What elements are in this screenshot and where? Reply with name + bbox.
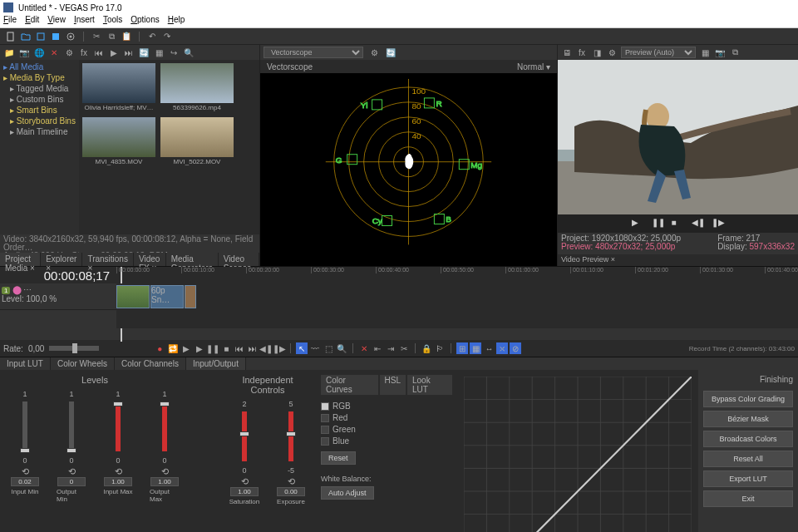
delete-button[interactable]: ✕	[358, 342, 370, 354]
save-icon[interactable]	[35, 31, 47, 42]
video-clip-3[interactable]	[185, 285, 196, 308]
slider-value-input[interactable]	[104, 477, 132, 486]
search-icon[interactable]: 🔍	[183, 47, 195, 58]
panel-tab[interactable]: Video FX ×	[134, 253, 166, 266]
lock-button[interactable]: 🔒	[421, 342, 432, 354]
tree-item[interactable]: ▸ Storyboard Bins	[2, 116, 77, 126]
channel-green[interactable]: Green	[321, 425, 452, 434]
stop-button[interactable]: ■	[672, 218, 685, 229]
panel-tab[interactable]: Explorer ×	[41, 253, 82, 266]
marker-button[interactable]: 🏳	[434, 342, 446, 354]
export-lut-button[interactable]: Export LUT	[703, 470, 793, 487]
record-button[interactable]: ●	[154, 342, 165, 354]
slider-output-max[interactable]: 1 0 ⟲ Output Max	[150, 390, 180, 503]
timecode-display[interactable]: 00:00:08;17	[0, 268, 116, 283]
tree-item[interactable]: ▸ Custom Bins	[2, 94, 77, 105]
quantize-button[interactable]: ▦	[470, 342, 481, 354]
checkbox-icon[interactable]	[321, 402, 329, 411]
tree-item[interactable]: ▸ Smart Bins	[2, 105, 77, 116]
scope-mode[interactable]: Normal	[517, 62, 544, 71]
scope-refresh-icon[interactable]: 🔄	[385, 47, 397, 58]
video-clip-2[interactable]: 60p Sn…	[150, 285, 184, 308]
curves-tab[interactable]: HSL	[380, 375, 406, 395]
timeline-scrollbar[interactable]	[0, 328, 798, 340]
channel-red[interactable]: Red	[321, 413, 452, 422]
slider-value-input[interactable]	[277, 487, 305, 496]
split-button[interactable]: ✂	[398, 342, 410, 354]
auto-ripple-button[interactable]: ↔	[483, 342, 495, 354]
arrow-icon[interactable]: ↪	[168, 47, 180, 58]
menu-help[interactable]: Help	[168, 15, 185, 27]
slider-input-max[interactable]: 1 0 ⟲ Input Max	[103, 390, 133, 503]
normal-edit-tool[interactable]: ↖	[296, 342, 308, 354]
timeline-content[interactable]: 60p Sn…	[116, 283, 798, 328]
checkbox-icon[interactable]	[321, 426, 329, 434]
tree-item[interactable]: ▸ Media By Type	[2, 72, 77, 83]
go-end-button[interactable]: ⏭	[247, 342, 259, 354]
reset-all-button[interactable]: Reset All	[703, 451, 793, 467]
rate-slider[interactable]	[49, 346, 99, 351]
preview-settings-icon[interactable]: ⚙	[606, 47, 618, 58]
stop-button[interactable]: ■	[220, 342, 232, 354]
slider-value-input[interactable]	[150, 477, 179, 486]
play-button[interactable]: ▶	[632, 218, 645, 229]
menu-file[interactable]: File	[3, 15, 17, 27]
color-tab[interactable]: Input/Output	[186, 357, 246, 370]
auto-crossfade-button[interactable]: ⤬	[496, 342, 508, 354]
tree-item[interactable]: ▸ Tagged Media	[2, 83, 77, 94]
end-icon[interactable]: ⏭	[123, 47, 135, 58]
play-start-button[interactable]: ▶	[180, 342, 192, 354]
channel-blue[interactable]: Blue	[321, 436, 452, 446]
undo-icon[interactable]: ↶	[146, 31, 158, 42]
channel-rgb[interactable]: RGB	[321, 401, 452, 411]
menu-edit[interactable]: Edit	[25, 15, 39, 27]
checkbox-icon[interactable]	[321, 414, 329, 422]
menu-view[interactable]: View	[47, 15, 66, 27]
preview-tab[interactable]: Video Preview ×	[558, 254, 798, 266]
pause-button[interactable]: ❚❚	[207, 342, 219, 354]
preview-fx-icon[interactable]: fx	[576, 47, 588, 58]
broadcast-colors-button[interactable]: Broadcast Colors	[703, 431, 793, 447]
timeline-ruler[interactable]: 00:00:00:0000:00:10:0000:00:20:0000:00:3…	[116, 267, 798, 283]
video-clip-1[interactable]	[116, 285, 150, 308]
media-thumb[interactable]: Olivia Harridsleff; MV…	[82, 63, 155, 112]
play-button[interactable]: ▶	[194, 342, 205, 354]
color-tab[interactable]: Color Wheels	[51, 357, 115, 370]
bypass-color-grading-button[interactable]: Bypass Color Grading	[703, 391, 793, 407]
slider-value-input[interactable]	[57, 477, 86, 486]
b-zier-mask-button[interactable]: Bézier Mask	[703, 411, 793, 427]
remove-icon[interactable]: ✕	[48, 47, 60, 58]
get-media-icon[interactable]: 🌐	[33, 47, 45, 58]
slider-saturation[interactable]: 2 0 ⟲ Saturation	[229, 400, 259, 505]
curves-tab[interactable]: Look LUT	[407, 375, 452, 395]
media-tree[interactable]: ▸ All Media▸ Media By Type▸ Tagged Media…	[0, 60, 79, 234]
trim-start-button[interactable]: ⇤	[372, 342, 383, 354]
slider-exposure[interactable]: 5 -5 ⟲ Exposure	[276, 400, 306, 505]
slider-input-min[interactable]: 1 0 ⟲ Input Min	[10, 390, 40, 503]
start-icon[interactable]: ⏮	[93, 47, 105, 58]
play-icon[interactable]: ▶	[108, 47, 120, 58]
properties-icon[interactable]: ⚙	[63, 47, 75, 58]
zoom-tool[interactable]: 🔍	[336, 342, 347, 354]
auto-adjust-button[interactable]: Auto Adjust	[321, 486, 374, 500]
open-icon[interactable]	[20, 31, 32, 42]
media-thumb[interactable]: 563399626.mp4	[160, 63, 234, 112]
ignore-event-button[interactable]: ⊘	[510, 342, 521, 354]
view-icon[interactable]: ▦	[153, 47, 165, 58]
cut-icon[interactable]: ✂	[91, 31, 102, 42]
render-icon[interactable]	[50, 31, 62, 42]
envelope-tool[interactable]: 〰	[309, 342, 321, 354]
curves-tab[interactable]: Color Curves	[321, 375, 378, 395]
media-thumb[interactable]: MVI_4835.MOV	[82, 117, 155, 166]
scope-settings-icon[interactable]: ⚙	[368, 47, 380, 58]
slider-value-input[interactable]	[230, 487, 259, 496]
overlay-icon[interactable]: ▦	[699, 47, 711, 58]
preview-quality-select[interactable]: Preview (Auto)	[621, 47, 696, 58]
color-tab[interactable]: Input LUT	[0, 357, 51, 370]
menu-tools[interactable]: Tools	[103, 15, 122, 27]
snapshot-icon[interactable]: 📷	[714, 47, 726, 58]
import-icon[interactable]: 📁	[3, 47, 15, 58]
split-icon[interactable]: ◨	[591, 47, 603, 58]
ext-monitor-icon[interactable]: 🖥	[561, 47, 573, 58]
new-icon[interactable]	[5, 31, 17, 42]
